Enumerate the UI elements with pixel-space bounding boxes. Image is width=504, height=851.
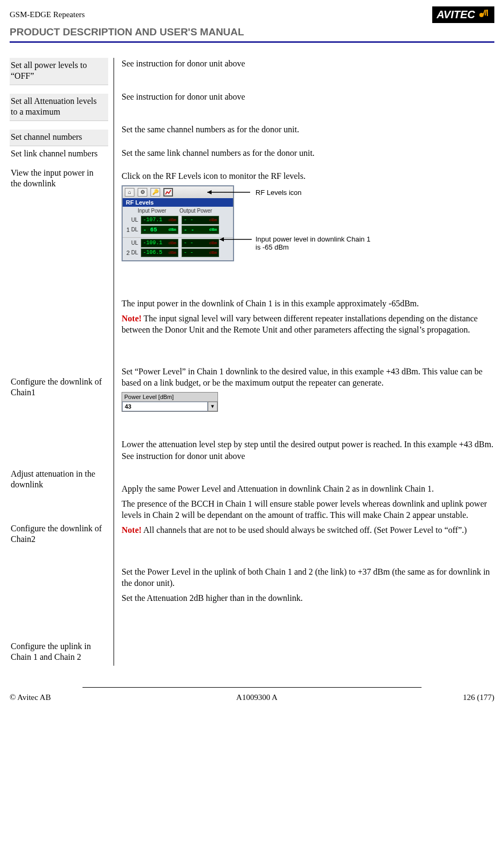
text-set-power-off: See instruction for donor unit above [122, 58, 494, 70]
rf-ch1-dl-output: - -dBm [182, 225, 219, 234]
text-view-input-intro: Click on the RF Levels icon to monitor t… [122, 170, 494, 182]
product-line: GSM-EDGE Repeaters [10, 10, 85, 19]
toolbar-settings-icon[interactable]: ⚙ [138, 188, 147, 197]
rf-ch1-dl-input: - 65dBm [141, 225, 178, 234]
brand-text: AVITEC [437, 9, 475, 21]
rf-toolbar: ⌂ ⚙ 🔑 [123, 186, 233, 198]
text-adjust-attenuation: Lower the attenuation level step by step… [122, 439, 494, 462]
rf-ch2-ul-output: - -dBm [182, 239, 219, 247]
rf-window-title: RF Levels [123, 198, 233, 207]
power-level-dropdown-button[interactable]: ▾ [208, 402, 217, 411]
footer-copyright: © Avitec AB [10, 693, 51, 702]
header-rule [10, 41, 494, 43]
manual-title: PRODUCT DESCRIPTION AND USER'S MANUAL [10, 26, 494, 38]
rf-ch1-ul-input: -107.1dBm [141, 216, 178, 224]
rf-dl-label-2: DL [131, 250, 141, 255]
text-configure-ul-p1: Set the Power Level in the uplink of bot… [122, 566, 494, 589]
text-set-link-channel-numbers: Set the same link channel numbers as for… [122, 147, 494, 159]
step-set-link-channel-numbers: Set link channel numbers [10, 146, 108, 162]
text-configure-ul-p2: Set the Attenuation 2dB higher than in t… [122, 592, 494, 604]
rf-ul-label-2: UL [131, 240, 141, 246]
rf-ch2-dl-input: -106.5dBm [141, 248, 178, 257]
note-label-2: Note! [122, 525, 141, 534]
footer-rule [82, 687, 422, 688]
note-label: Note! [122, 314, 141, 323]
rf-ch2-dl-output: - -dBm [182, 248, 219, 257]
rf-chain-2-number: 2 [125, 250, 131, 256]
text-set-channel-numbers: Set the same channel numbers as for the … [122, 124, 494, 135]
rf-ch1-ul-output: - -dBm [182, 216, 219, 224]
annotation-dl-power: Input power level in downlink Chain 1 is… [255, 235, 373, 251]
power-level-dropdown: Power Level [dBm] 43 ▾ [122, 392, 218, 412]
annotation-rf-icon: RF Levels icon [255, 189, 373, 197]
svg-point-0 [479, 13, 484, 17]
toolbar-key-icon[interactable]: 🔑 [151, 188, 160, 197]
step-configure-dl-chain1: Configure the downlink of Chain1 [10, 374, 108, 401]
toolbar-home-icon[interactable]: ⌂ [125, 188, 134, 197]
text-set-attenuation-max: See instruction for donor unit above [122, 91, 494, 103]
text-configure-dl-chain2-p2: The presence of the BCCH in Chain 1 will… [122, 498, 494, 521]
brand-logo: AVITEC [432, 6, 494, 23]
brand-sun-icon [478, 9, 490, 21]
text-input-power-example: The input power in the downlink of Chain… [122, 298, 494, 310]
chevron-down-icon: ▾ [211, 403, 214, 410]
text-configure-dl-chain2-note: Note! All channels that are not to be us… [122, 524, 494, 536]
svg-rect-3 [487, 10, 488, 16]
rf-levels-icon[interactable] [163, 188, 173, 197]
rf-ch2-ul-input: -109.1dBm [141, 239, 178, 247]
step-set-power-off: Set all power levels to “OFF” [10, 58, 108, 85]
rf-levels-window: ⌂ ⚙ 🔑 RF Levels Input Power Output Power [122, 185, 234, 261]
rf-ul-label: UL [131, 217, 141, 223]
text-configure-dl-chain2-p1: Apply the same Power Level and Attenuati… [122, 483, 494, 495]
step-adjust-attenuation-dl: Adjust attenuation in the downlink [10, 466, 108, 493]
rf-col-input: Input Power [138, 208, 179, 214]
step-configure-dl-chain2: Configure the downlink of Chain2 [10, 521, 108, 548]
rf-dl-label: DL [131, 227, 141, 232]
rf-chain-1-number: 1 [125, 227, 131, 233]
step-set-channel-numbers: Set channel numbers [10, 130, 108, 146]
step-view-input-power: View the input power in the downlink [10, 165, 108, 192]
column-divider [114, 58, 114, 666]
power-level-title: Power Level [dBm] [122, 393, 217, 402]
footer-page: 126 (177) [463, 693, 494, 702]
rf-col-output: Output Power [179, 208, 212, 214]
step-configure-ul-chain1-2: Configure the uplink in Chain 1 and Chai… [10, 639, 108, 666]
rf-column-headers: Input Power Output Power [123, 207, 233, 215]
footer-docnum: A1009300 A [236, 693, 277, 702]
text-input-power-note: Note! The input signal level will vary b… [122, 313, 494, 336]
power-level-value[interactable]: 43 [122, 402, 208, 411]
text-configure-dl-chain1: Set “Power Level” in Chain 1 downlink to… [122, 366, 494, 389]
step-set-attenuation-max: Set all Attenuation levels to a maximum [10, 94, 108, 121]
